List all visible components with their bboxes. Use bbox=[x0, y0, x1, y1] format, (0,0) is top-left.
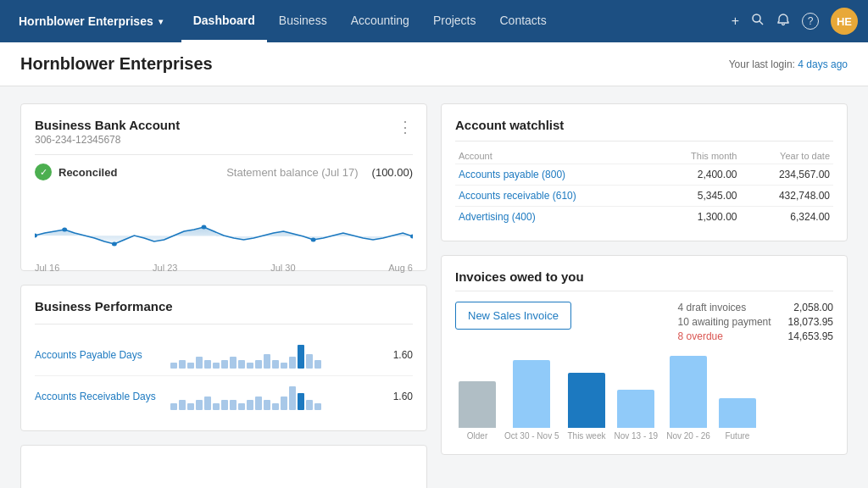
bp-bar bbox=[298, 393, 304, 410]
main-content: Business Bank Account 306-234-12345678 ⋮… bbox=[0, 86, 868, 488]
aw-this-month: 1,300.00 bbox=[655, 207, 740, 228]
nav-brand[interactable]: Hornblower Enterprises ▾ bbox=[10, 14, 171, 28]
nav-item-contacts[interactable]: Contacts bbox=[488, 0, 559, 42]
bar-col: Future bbox=[719, 398, 756, 441]
brand-label: Hornblower Enterprises bbox=[19, 14, 153, 28]
reconciled-row: ✓ Reconciled Statement balance (Jul 17) … bbox=[35, 164, 413, 180]
bp-bar bbox=[272, 403, 279, 410]
bar-col: Nov 20 - 26 bbox=[666, 356, 710, 441]
sparkline-label-1: Jul 16 bbox=[35, 263, 59, 273]
bp-bar bbox=[255, 396, 262, 410]
bp-bar bbox=[230, 357, 236, 369]
bank-more-icon[interactable]: ⋮ bbox=[398, 118, 413, 136]
inv-stat-label: 8 overdue bbox=[678, 330, 723, 342]
nav-item-business[interactable]: Business bbox=[267, 0, 339, 42]
aw-account-name[interactable]: Advertising (400) bbox=[455, 207, 655, 228]
last-login-link[interactable]: 4 days ago bbox=[798, 58, 848, 70]
bp-bar bbox=[281, 363, 287, 369]
svg-point-2 bbox=[35, 234, 37, 238]
bank-info: Business Bank Account 306-234-12345678 bbox=[35, 118, 180, 146]
aw-header-ytd: Year to date bbox=[740, 148, 833, 164]
bp-bar bbox=[221, 400, 228, 410]
bp-bar bbox=[306, 400, 313, 410]
plus-icon[interactable]: + bbox=[732, 14, 739, 29]
bp-bar bbox=[187, 363, 194, 369]
sparkline-label-2: Jul 23 bbox=[153, 263, 177, 273]
bp-label-1[interactable]: Accounts Payable Days bbox=[35, 349, 162, 361]
bp-bar bbox=[255, 360, 262, 369]
bell-icon[interactable] bbox=[776, 13, 790, 30]
bp-bar bbox=[179, 400, 186, 410]
bar-label: Oct 30 - Nov 5 bbox=[504, 431, 559, 441]
user-avatar[interactable]: HE bbox=[831, 8, 858, 35]
aw-account-name[interactable]: Accounts payable (800) bbox=[455, 164, 655, 186]
bar bbox=[513, 360, 550, 428]
bp-bar bbox=[213, 403, 220, 410]
inv-stats: 4 draft invoices2,058.0010 awaiting paym… bbox=[678, 302, 833, 342]
account-watchlist-card: Account watchlist Account This month Yea… bbox=[441, 103, 848, 241]
reconciled-label: Reconciled bbox=[58, 166, 117, 179]
svg-point-3 bbox=[62, 228, 67, 232]
bp-bar bbox=[289, 357, 296, 369]
bar bbox=[617, 390, 654, 428]
help-icon[interactable]: ? bbox=[802, 13, 819, 30]
nav-item-dashboard[interactable]: Dashboard bbox=[181, 0, 267, 42]
sparkline-svg bbox=[35, 189, 413, 257]
sparkline-label-4: Aug 6 bbox=[388, 263, 413, 273]
bp-bar bbox=[306, 354, 313, 369]
inv-stat-row: 4 draft invoices2,058.00 bbox=[678, 302, 833, 313]
bar-col: Older bbox=[459, 381, 496, 441]
bp-bar bbox=[179, 360, 186, 369]
bp-bar bbox=[204, 396, 211, 410]
bank-divider bbox=[35, 154, 413, 155]
bar bbox=[568, 373, 605, 428]
statement-amount: (100.00) bbox=[372, 166, 413, 179]
bp-bars-2 bbox=[170, 383, 379, 410]
aw-ytd: 6,324.00 bbox=[740, 207, 833, 228]
reconciled-badge: ✓ bbox=[35, 164, 52, 180]
aw-header-this-month: This month bbox=[655, 148, 740, 164]
bp-bar bbox=[238, 403, 245, 410]
bp-bar bbox=[272, 360, 279, 369]
aw-account-name[interactable]: Accounts receivable (610) bbox=[455, 186, 655, 207]
aw-ytd: 234,567.00 bbox=[740, 164, 833, 186]
sparkline-labels: Jul 16 Jul 23 Jul 30 Aug 6 bbox=[35, 263, 413, 273]
aw-this-month: 5,345.00 bbox=[655, 186, 740, 207]
bank-account-card: Business Bank Account 306-234-12345678 ⋮… bbox=[20, 103, 427, 271]
navigation: Hornblower Enterprises ▾ Dashboard Busin… bbox=[0, 0, 868, 42]
bp-bar bbox=[314, 360, 321, 369]
bp-bar bbox=[281, 396, 287, 410]
table-row: Advertising (400)1,300.006,324.00 bbox=[455, 207, 833, 228]
bp-bar bbox=[170, 403, 177, 410]
bar-label: Nov 20 - 26 bbox=[666, 431, 710, 441]
search-icon[interactable] bbox=[751, 13, 765, 30]
nav-item-accounting[interactable]: Accounting bbox=[339, 0, 421, 42]
svg-point-4 bbox=[112, 242, 117, 247]
bp-bar bbox=[230, 400, 236, 410]
inv-divider bbox=[455, 291, 833, 291]
statement-label: Statement balance (Jul 17) bbox=[226, 166, 358, 179]
bank-account-number: 306-234-12345678 bbox=[35, 134, 180, 146]
page-header: Hornblower Enterprises Your last login: … bbox=[0, 42, 868, 86]
svg-line-1 bbox=[760, 21, 763, 25]
bp-bars-1 bbox=[170, 341, 379, 369]
bottom-card bbox=[20, 445, 427, 488]
aw-table: Account This month Year to date Accounts… bbox=[455, 148, 833, 227]
aw-title: Account watchlist bbox=[455, 118, 833, 132]
right-column: Account watchlist Account This month Yea… bbox=[441, 103, 848, 488]
nav-items: Dashboard Business Accounting Projects C… bbox=[181, 0, 559, 42]
bp-divider bbox=[35, 324, 413, 324]
inv-stat-label: 10 awaiting payment bbox=[678, 316, 771, 328]
business-performance-card: Business Performance Accounts Payable Da… bbox=[20, 285, 427, 431]
brand-chevron: ▾ bbox=[159, 17, 163, 26]
bp-label-2[interactable]: Accounts Receivable Days bbox=[35, 391, 162, 402]
bp-bar bbox=[247, 363, 253, 369]
nav-item-projects[interactable]: Projects bbox=[421, 0, 488, 42]
table-row: Accounts receivable (610)5,345.00432,748… bbox=[455, 186, 833, 207]
inv-stat-label: 4 draft invoices bbox=[678, 302, 747, 313]
bp-bar bbox=[298, 345, 304, 369]
inv-top: New Sales Invoice 4 draft invoices2,058.… bbox=[455, 302, 833, 342]
new-sales-invoice-button[interactable]: New Sales Invoice bbox=[455, 302, 571, 330]
inv-title: Invoices owed to you bbox=[455, 269, 833, 284]
bp-bar bbox=[196, 400, 203, 410]
